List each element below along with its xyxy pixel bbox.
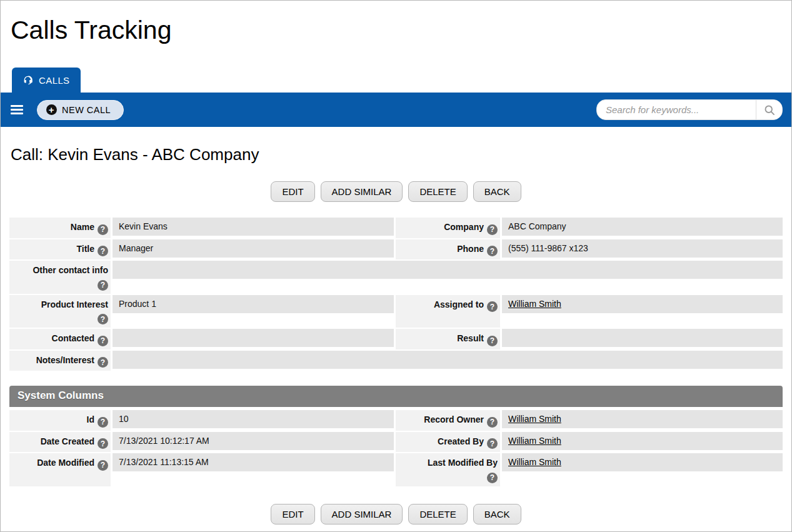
field-label-phone: Phone? xyxy=(396,239,500,260)
detail-row-name-company: Name? Kevin Evans Company? ABC Company xyxy=(9,218,783,238)
detail-row-other-contact-info: Other contact info? xyxy=(9,261,783,294)
details-table: Name? Kevin Evans Company? ABC Company T… xyxy=(9,218,783,371)
last-modified-by-link[interactable]: William Smith xyxy=(508,457,561,467)
add-similar-button[interactable]: ADD SIMILAR xyxy=(321,504,403,524)
help-icon[interactable]: ? xyxy=(98,438,108,449)
new-call-button[interactable]: + NEW CALL xyxy=(37,100,124,120)
field-value-date-modified: 7/13/2021 11:13:15 AM xyxy=(113,453,394,471)
help-icon[interactable]: ? xyxy=(98,246,108,256)
page-title: Calls Tracking xyxy=(11,16,791,45)
help-icon[interactable]: ? xyxy=(487,438,498,449)
field-label-company: Company? xyxy=(396,218,500,238)
field-value-product-interest: Product 1 xyxy=(113,295,394,313)
delete-button[interactable]: DELETE xyxy=(408,181,467,202)
field-label-assigned-to: Assigned to? xyxy=(396,295,500,328)
field-value-result xyxy=(502,329,783,347)
help-icon[interactable]: ? xyxy=(98,280,108,291)
action-bar-bottom: EDIT ADD SIMILAR DELETE BACK xyxy=(9,504,783,524)
system-row-created: Date Created? 7/13/2021 10:12:17 AM Crea… xyxy=(9,432,783,453)
help-icon[interactable]: ? xyxy=(98,224,108,235)
delete-button[interactable]: DELETE xyxy=(408,504,467,524)
system-columns-table: Id? 10 Record Owner? William Smith Date … xyxy=(9,410,783,486)
add-similar-button[interactable]: ADD SIMILAR xyxy=(321,181,403,202)
action-bar-top: EDIT ADD SIMILAR DELETE BACK xyxy=(9,181,783,202)
field-value-phone: (555) 111-9867 x123 xyxy=(502,239,783,258)
tab-bar: CALLS xyxy=(12,68,791,93)
detail-row-title-phone: Title? Manager Phone? (555) 111-9867 x12… xyxy=(9,239,783,260)
field-value-contacted xyxy=(113,329,394,347)
field-label-record-owner: Record Owner? xyxy=(396,410,500,431)
field-label-created-by: Created By? xyxy=(396,432,500,453)
help-icon[interactable]: ? xyxy=(487,224,498,235)
detail-row-product-assigned: Product Interest? Product 1 Assigned to?… xyxy=(9,295,783,328)
search-input[interactable] xyxy=(597,100,756,119)
search-box xyxy=(596,99,783,120)
help-icon[interactable]: ? xyxy=(98,336,108,346)
back-button[interactable]: BACK xyxy=(473,504,521,524)
record-owner-link[interactable]: William Smith xyxy=(508,414,561,424)
help-icon[interactable]: ? xyxy=(487,336,498,346)
help-icon[interactable]: ? xyxy=(487,301,498,312)
system-columns-header: System Columns xyxy=(9,386,783,407)
tab-label: CALLS xyxy=(39,75,70,86)
field-value-id: 10 xyxy=(113,410,394,428)
field-label-name: Name? xyxy=(9,218,111,238)
record-heading: Call: Kevin Evans - ABC Company xyxy=(11,145,783,164)
menu-icon[interactable] xyxy=(11,105,23,114)
help-icon[interactable]: ? xyxy=(98,314,108,324)
help-icon[interactable]: ? xyxy=(98,460,108,471)
field-label-date-created: Date Created? xyxy=(9,432,111,453)
field-value-other-contact-info xyxy=(113,261,783,279)
app-window: Calls Tracking CALLS + NEW CALL Call: K xyxy=(0,0,792,532)
edit-button[interactable]: EDIT xyxy=(271,181,314,202)
main-content: Call: Kevin Evans - ABC Company EDIT ADD… xyxy=(1,145,791,524)
field-value-title: Manager xyxy=(113,239,394,258)
help-icon[interactable]: ? xyxy=(487,417,498,428)
help-icon[interactable]: ? xyxy=(487,246,498,256)
field-label-result: Result? xyxy=(396,329,500,349)
help-icon[interactable]: ? xyxy=(487,473,498,483)
field-value-notes-interest xyxy=(113,351,783,369)
new-call-label: NEW CALL xyxy=(62,105,111,115)
detail-row-contacted-result: Contacted? Result? xyxy=(9,329,783,349)
tab-calls[interactable]: CALLS xyxy=(12,68,81,93)
assigned-to-link[interactable]: William Smith xyxy=(508,299,561,309)
field-label-last-modified-by: Last Modified By? xyxy=(396,453,500,486)
field-label-product-interest: Product Interest? xyxy=(9,295,111,328)
toolbar: + NEW CALL xyxy=(1,93,791,127)
created-by-link[interactable]: William Smith xyxy=(508,436,561,446)
help-icon[interactable]: ? xyxy=(98,417,108,428)
field-value-date-created: 7/13/2021 10:12:17 AM xyxy=(113,432,394,450)
help-icon[interactable]: ? xyxy=(98,357,108,368)
search-button[interactable] xyxy=(756,100,782,119)
detail-row-notes-interest: Notes/Interest? xyxy=(9,351,783,371)
field-value-company: ABC Company xyxy=(502,218,783,236)
field-label-id: Id? xyxy=(9,410,111,431)
field-label-date-modified: Date Modified? xyxy=(9,453,111,486)
field-label-notes-interest: Notes/Interest? xyxy=(9,351,111,371)
plus-icon: + xyxy=(46,104,57,115)
headset-icon xyxy=(23,75,33,86)
back-button[interactable]: BACK xyxy=(473,181,521,202)
field-value-name: Kevin Evans xyxy=(113,218,394,236)
search-icon xyxy=(763,104,776,116)
system-row-modified: Date Modified? 7/13/2021 11:13:15 AM Las… xyxy=(9,453,783,486)
system-row-id-owner: Id? 10 Record Owner? William Smith xyxy=(9,410,783,431)
edit-button[interactable]: EDIT xyxy=(271,504,314,524)
field-label-contacted: Contacted? xyxy=(9,329,111,349)
field-label-title: Title? xyxy=(9,239,111,260)
field-label-other-contact-info: Other contact info? xyxy=(9,261,111,294)
